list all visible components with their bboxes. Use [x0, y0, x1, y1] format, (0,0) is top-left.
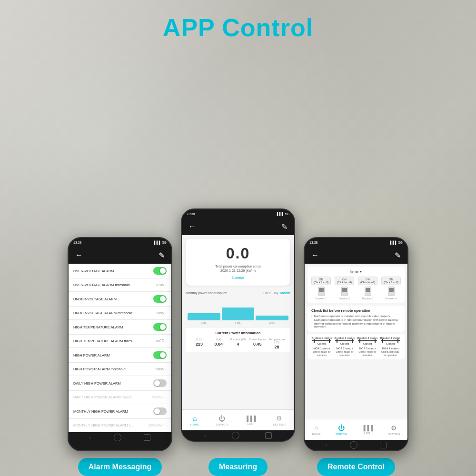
breaker-btn-3[interactable]: ON(Click for off): [358, 277, 377, 285]
power-desc: Total power consumption since2020-1-23 1…: [191, 264, 285, 273]
alarm-item-12: MONTHLY HIGH POWER ALARM t... 1000kW·h ›: [69, 419, 171, 432]
alarm-label-8: HIGH POWER ALARM threshold: [73, 367, 126, 371]
nav-log-center[interactable]: ▐▐▐ LOG: [245, 416, 256, 425]
center-edit-icon[interactable]: ✎: [281, 222, 288, 231]
alarm-label-9: DAILY HIGH POWER ALARM: [73, 381, 121, 386]
breaker-status-1: Breaker 1 status Closed: [310, 337, 333, 345]
breaker-1: ON(Click for off) Breaker 1: [310, 277, 332, 300]
left-top-nav: ← ✎: [69, 247, 171, 264]
left-status-bar: 13:38 ▌▌▌ 5G: [69, 238, 171, 247]
power-info: Current Power Information U (V) 223 I (A…: [186, 328, 290, 352]
moa-1: MOA 1 status Online, ready foroperation: [310, 347, 333, 357]
alarm-item-9[interactable]: DAILY HIGH POWER ALARM: [69, 376, 171, 391]
nav-setting-right[interactable]: ⚙ SETTING: [387, 424, 400, 436]
center-phone-label: Measuring: [208, 458, 268, 476]
breaker-switch-2[interactable]: [341, 287, 348, 296]
right-phone-screen: 13:38 ▌▌▌ 5G ← ✎ timer ▸ ON(Click for of…: [305, 238, 407, 450]
toggle-under-voltage[interactable]: [153, 295, 167, 303]
nav-home-right[interactable]: ⌂ HOME: [312, 424, 321, 436]
left-edit-icon[interactable]: ✎: [159, 251, 165, 260]
chart-tab-hour[interactable]: Hour: [263, 291, 270, 295]
left-phone-screen: 13:38 ▌▌▌ 5G ← ✎ OVER-VOLTAGE ALARM: [69, 238, 171, 450]
left-menu-btn[interactable]: [144, 434, 150, 441]
alarm-item-2[interactable]: OVER-VOLTAGE ALARM threshold 270V ›: [69, 278, 171, 292]
chart-bars: [186, 297, 290, 320]
left-phone-col: 13:38 ▌▌▌ 5G ← ✎ OVER-VOLTAGE ALARM: [68, 237, 172, 476]
moa-status-row: MOA 1 status Online, ready foroperation …: [310, 347, 402, 357]
setting-icon-center: ⚙: [276, 415, 282, 422]
center-home-indicator: ‹: [182, 430, 294, 441]
left-phone: 13:38 ▌▌▌ 5G ← ✎ OVER-VOLTAGE ALARM: [68, 237, 172, 451]
power-display: 0.0 Total power consumption since2020-1-…: [186, 239, 290, 286]
nav-log-label-right: LOG: [364, 432, 370, 435]
toggle-high-power[interactable]: [153, 351, 167, 359]
power-value-temp: 28: [267, 345, 287, 349]
breaker-row: ON(Click for off) Breaker 1 ON(Click for…: [310, 277, 402, 300]
right-home-btn[interactable]: [350, 441, 357, 449]
bar-feb: [222, 307, 255, 321]
toggle-high-temp[interactable]: [153, 323, 167, 331]
center-phone-screen: 13:38 ▌▌▌ 5G ← ✎ 0.0 Total power consump…: [182, 209, 294, 441]
chart-header: Monthly power consumption Hour Day Month: [186, 291, 290, 295]
power-label-p: P active (W): [228, 338, 248, 341]
nav-setting-center[interactable]: ⚙ SETTING: [273, 415, 286, 426]
alarm-item-8[interactable]: HIGH POWER ALARM threshold 20kW ›: [69, 363, 171, 376]
alarm-item-1[interactable]: OVER-VOLTAGE ALARM: [69, 264, 171, 278]
alarm-item-10: DAILY HIGH POWER ALARM thresh... 50kW·h …: [69, 391, 171, 404]
breaker-btn-4[interactable]: ON(Click for off): [381, 277, 401, 285]
setting-icon-right: ⚙: [391, 424, 397, 432]
checklist-title: Check list before remote operation: [311, 308, 401, 313]
center-home-btn[interactable]: [232, 432, 239, 439]
alarm-value-2: 270V ›: [156, 283, 167, 287]
power-value-u: 223: [189, 342, 209, 347]
power-col-i: I (A) 0.04: [209, 338, 228, 349]
alarm-item-7[interactable]: HIGH POWER ALARM: [69, 348, 171, 363]
breaker-btn-1[interactable]: ON(Click for off): [311, 277, 331, 285]
center-back-btn[interactable]: ‹: [204, 433, 206, 438]
moa-3: MOA 3 status Online, ready foroperation: [356, 347, 379, 357]
right-back-btn[interactable]: ‹: [326, 443, 327, 448]
checklist-item-1: Each motor operator is installed with ci…: [311, 315, 401, 317]
toggle-daily-power[interactable]: [153, 379, 167, 387]
left-time: 13:38: [73, 241, 82, 244]
breaker-switch-1[interactable]: [318, 287, 325, 296]
right-home-indicator: ‹: [305, 440, 407, 450]
alarm-item-4[interactable]: UNDER-VOLTAGE ALARM threshold 165V ›: [69, 307, 171, 320]
breaker-2: ON(Click for off) Breaker 2: [334, 277, 355, 300]
breaker-switch-3[interactable]: [365, 287, 371, 296]
left-back-icon[interactable]: ←: [75, 251, 83, 259]
left-home-btn[interactable]: [114, 434, 121, 441]
nav-home-center[interactable]: ⌂ HOME: [190, 415, 199, 426]
center-menu-btn[interactable]: [265, 432, 272, 439]
right-back-icon[interactable]: ←: [311, 251, 319, 259]
right-menu-btn[interactable]: [380, 442, 387, 448]
breaker-btn-2[interactable]: ON(Click for off): [335, 277, 354, 285]
toggle-monthly-power[interactable]: [153, 407, 167, 415]
alarm-label-4: UNDER-VOLTAGE ALARM threshold: [73, 311, 132, 315]
right-status-bar: 13:38 ▌▌▌ 5G: [305, 238, 407, 247]
toggle-over-voltage[interactable]: [153, 267, 167, 275]
breaker-switch-4[interactable]: [388, 287, 395, 296]
right-edit-icon[interactable]: ✎: [395, 251, 401, 260]
moa-2: MOA 2 status Online, ready foroperation: [333, 347, 356, 357]
nav-switch-center[interactable]: ⏻ SWITCH: [216, 415, 228, 426]
center-status-bar: 13:38 ▌▌▌ 5G: [182, 209, 294, 218]
alarm-item-3[interactable]: UNDER-VOLTAGE ALARM: [69, 292, 171, 307]
nav-switch-right[interactable]: ⏻ SWITCH: [336, 424, 347, 436]
right-bottom-nav: ⌂ HOME ⏻ SWITCH ▐▐▐ LOG ⚙: [305, 419, 407, 440]
bs-line-4: [381, 340, 400, 341]
nav-home-label-center: HOME: [190, 423, 199, 426]
power-value-pf: 0.45: [248, 342, 267, 347]
nav-log-right[interactable]: ▐▐▐ LOG: [362, 425, 373, 435]
chart-tab-month[interactable]: Month: [280, 291, 290, 295]
left-back-btn[interactable]: ‹: [89, 435, 91, 440]
checklist-item-3: Internet connection for power gateway is…: [311, 322, 401, 328]
alarm-item-6[interactable]: HIGH TEMPERATURE ALARM thres... 60℃ ›: [69, 335, 171, 348]
alarm-item-11[interactable]: MONTHLY HIGH POWER ALARM: [69, 404, 171, 419]
center-back-icon[interactable]: ←: [188, 222, 196, 231]
alarm-value-6: 60℃ ›: [156, 339, 167, 343]
power-label-pf: Power Factor: [248, 338, 267, 341]
power-col-temp: Temperature (°C) 28: [267, 338, 287, 349]
alarm-item-5[interactable]: HIGH TEMPERATURE ALARM: [69, 320, 171, 335]
chart-tab-day[interactable]: Day: [273, 291, 278, 295]
